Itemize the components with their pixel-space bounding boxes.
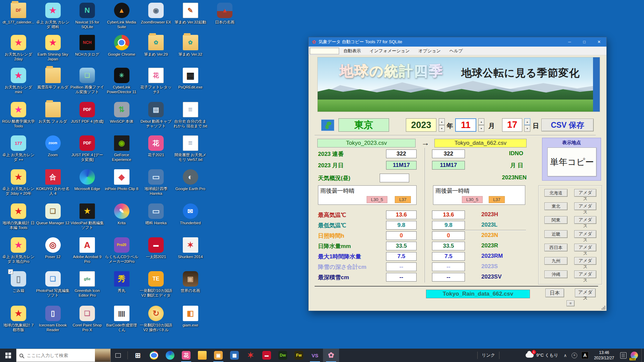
japan-amedas-button[interactable]: アメダス <box>575 289 596 297</box>
daily-precip-value-left[interactable]: 33.5 <box>386 242 417 250</box>
taskbar-app-archive[interactable]: ▣ <box>210 349 226 362</box>
desktop-icon-fudemame-32[interactable]: ✿筆まめ Ver.32 <box>173 35 208 57</box>
taskbar-app-visual-studio[interactable]: VS <box>307 349 323 362</box>
taskbar-app-calendar[interactable]: ▦ <box>226 349 243 362</box>
taskbar-search[interactable] <box>16 349 111 362</box>
desktop-icon-ichitaro-2021[interactable]: ▬一太郎2021 <box>139 237 173 259</box>
sunshine-hours-value-right[interactable]: 0 <box>432 231 465 240</box>
region-button-4[interactable]: 西日本 <box>544 244 568 251</box>
csv-save-button[interactable]: CSV 保存 <box>541 119 594 131</box>
desktop-icon-icecream-ebook[interactable]: ▯Icecream Ebook Reader <box>36 306 70 333</box>
minimize-button[interactable]: ─ <box>562 37 577 47</box>
tray-clock[interactable]: 13:46 2023/12/27 <box>591 350 618 361</box>
max-snow-depth-value-right[interactable]: -- <box>432 273 465 282</box>
region-amedas-button-3[interactable]: アメダス <box>574 230 596 238</box>
taskbar-app-fireworks[interactable]: Fw <box>291 349 307 362</box>
menu-help[interactable]: ヘルプ <box>445 48 467 53</box>
region-button-5[interactable]: 九州 <box>544 257 568 265</box>
start-button[interactable] <box>0 349 16 362</box>
day-field[interactable]: 17 <box>502 118 522 132</box>
menu-options[interactable]: オプション <box>414 48 445 53</box>
japan-button[interactable]: 日本 <box>545 289 564 297</box>
desktop-icon-debut-capture[interactable]: ▤Debut 動画キャプチャソフト <box>139 102 173 129</box>
desktop-icon-winscp[interactable]: ⇅WinSCP 本体 <box>105 102 139 124</box>
taskbar-app-weather-app[interactable]: ✿ <box>323 349 339 362</box>
desktop-icon-just-pdf4-sakusei[interactable]: PDFJUST PDF 4 [作成] <box>70 102 104 124</box>
min-temp-value-left[interactable]: 9.8 <box>386 221 417 230</box>
task-view-button[interactable] <box>111 349 125 362</box>
desktop-icon-chikyu-kisho-nihon-tools[interactable]: ★地球の気象統計 日本編 Tools <box>1 203 36 230</box>
region-button-1[interactable]: 東北 <box>544 202 568 210</box>
max-hourly-precip-value-left[interactable]: 7.5 <box>386 252 417 261</box>
desktop-icon-sekai-no-meiga[interactable]: ▣世界の名画 <box>173 271 208 293</box>
desktop-icon-psqredit[interactable]: ▦PsQREdit.exe <box>173 68 208 89</box>
desktop-icon-nch-catalog[interactable]: NCHNCHカタログ <box>70 35 104 57</box>
region-button-0[interactable]: 北海道 <box>544 189 568 197</box>
search-input[interactable] <box>26 353 95 358</box>
menu-input-box[interactable] <box>310 48 339 54</box>
pre-app-icon[interactable]: PRE <box>631 352 638 359</box>
equals-button[interactable]: = <box>567 300 575 306</box>
snowfall-total-value-left[interactable]: -- <box>386 262 417 271</box>
taskbar-app-hanako[interactable]: 花 <box>178 349 194 362</box>
desktop-icon-otenki-calendar-2day[interactable]: ★お天気カレンダ 2day <box>1 35 36 62</box>
monthday-value-left[interactable]: 11M17 <box>386 161 417 170</box>
desktop-icon-recycle-bin[interactable]: ▯✓ごみ箱 <box>1 271 36 293</box>
weather-tray-button[interactable]: 1 9°C くもり <box>523 352 561 358</box>
weather-desc-right[interactable]: 雨後曇一時晴 L30_5 L37 <box>433 185 525 205</box>
desktop-icon-hanako-photoretouch-3[interactable]: 花花子フォトレタッチ3 <box>139 68 173 95</box>
desktop-icon-greenfish-icon-editor[interactable]: gfieGreenfish Icon Editor Pro <box>70 271 104 298</box>
window-titlebar[interactable]: ✿ 気象データ 自動コピー Tools 77 for SQLite ─ □ ✕ <box>309 37 606 47</box>
year-spin-up-button[interactable]: ▲ <box>439 118 445 125</box>
desktop-icon-hidemaru[interactable]: 秀秀丸 <box>105 271 139 293</box>
desktop-icon-nihon-no-meiga[interactable]: ▲日本の名画 <box>208 3 242 24</box>
desktop-icon-fusetsu-folder[interactable]: 風雪百年フォルダ <box>36 68 70 89</box>
desktop-icon-krita[interactable]: ✎Krita <box>105 203 139 225</box>
maximize-button[interactable]: □ <box>577 37 592 47</box>
desktop-icon-barcode-kun[interactable]: ||||BarCode作成管理くん <box>105 306 139 333</box>
desktop-icon-corel-paintshop-x[interactable]: ❏Corel Paint Shop Pro X <box>70 306 104 333</box>
year-spin-down-button[interactable]: ▼ <box>439 125 445 132</box>
desktop-icon-rakuchin-cd-label[interactable]: Pro20らくちんCDラベルメーカー20Pro <box>105 237 139 264</box>
desktop-icon-geforce-experience[interactable]: ◉GeForce Experience <box>105 135 139 162</box>
desktop-icon-hanako-2021[interactable]: 花花子2021 <box>139 135 173 157</box>
desktop-icon-videopad[interactable]: ★VideoPad 動画編集ソフト <box>70 203 104 230</box>
desktop-icon-seika-hareka[interactable]: ▭晴科 Hareka <box>139 203 173 225</box>
close-button[interactable]: ✕ <box>592 37 606 47</box>
region-button-2[interactable]: 関東 <box>544 216 568 224</box>
taskbar-app-store[interactable]: ⊞ <box>130 349 146 362</box>
desktop-icon-shuriken-2014[interactable]: ✶Shuriken 2014 <box>173 237 208 259</box>
region-amedas-button-4[interactable]: アメダス <box>574 244 596 251</box>
desktop-icon-chikyu-toukei-hareka[interactable]: ▭地球統計四季 Hareka <box>139 169 173 196</box>
link-toolbar-label[interactable]: リンク <box>477 352 499 359</box>
desktop-icon-chikyu-kisho-7toshi[interactable]: ★地球の気象統計 7 都市版 <box>1 306 36 333</box>
monthday-value-right[interactable]: 11M17 <box>432 161 465 170</box>
desktop-icon-pixillion[interactable]: ❏Pixillion 画像ファイル変換ソフト <box>70 68 104 95</box>
desktop-icon-ippatsu-honyaku-editor[interactable]: TE一発翻訳!10カ国語 V2 翻訳エディタ <box>139 271 173 298</box>
weather-overview-field[interactable] <box>380 174 409 182</box>
desktop-icon-otenki-calendar-mini[interactable]: ★お天気カレンダ mini <box>1 68 36 95</box>
desktop-icon-microsoft-edge[interactable]: Microsoft Edge <box>70 169 104 191</box>
desktop-icon-powerdirector-11[interactable]: ✳CyberLink PowerDirector 11 <box>105 68 139 95</box>
desktop-icon-fudemame-29[interactable]: ✿筆まめ Ver.29 <box>139 35 173 57</box>
taskbar-app-ichitaro[interactable]: ▬ <box>259 349 275 362</box>
desktop-icon-earth-shining-sky-japan[interactable]: ★Earth Shining Sky Japan <box>36 35 70 62</box>
notification-center-icon[interactable] <box>620 352 627 359</box>
ime-indicator[interactable]: A <box>581 352 589 359</box>
desktop-icon-fudemame-32-start[interactable]: ✎筆まめ Ver.32起動 <box>173 3 208 24</box>
desktop-icon-otenki-folder[interactable]: お天気 フォルダ <box>36 102 70 124</box>
sunshine-hours-value-left[interactable]: 0 <box>386 231 417 240</box>
desktop-icon-poser-12[interactable]: ◎Poser 12 <box>36 237 70 259</box>
month-field[interactable]: 11 <box>455 118 476 132</box>
desktop-icon-zoom[interactable]: zoomZoom <box>36 135 70 157</box>
taskbar-app-explorer[interactable] <box>194 349 210 362</box>
taskbar-app-chrome[interactable] <box>146 349 162 362</box>
desktop-icon-kokuyo-awase-meijin[interactable]: 合KOKUYO 合わせ名人 4 <box>36 169 70 196</box>
desktop-icon-navicat-15-sqlite[interactable]: NNavicat 15 for SQLite <box>70 3 104 29</box>
seq-value-left[interactable]: 322 <box>386 149 417 158</box>
desktop-icon-rgu-rakuno-tools[interactable]: ★RGU 酪農学園大学 Tools <box>1 102 36 129</box>
desktop-icon-just-pdf4-data[interactable]: PDFJUST PDF 4 [データ変換] <box>70 135 104 162</box>
desktop-icon-takujo-otenki-plusplus[interactable]: 177卓上 お天気カレンダ ++ <box>1 135 36 162</box>
resize-grip[interactable] <box>601 305 605 310</box>
region-button-3[interactable]: 近畿 <box>544 230 568 238</box>
